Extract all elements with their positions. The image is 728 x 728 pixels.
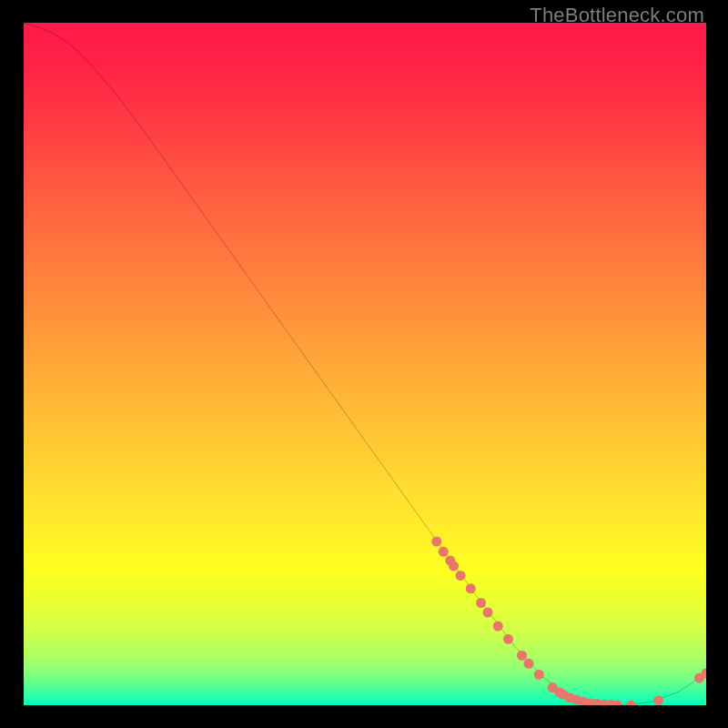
- highlight-point: [517, 651, 527, 661]
- highlight-point: [493, 622, 503, 632]
- curve-layer: [24, 23, 706, 705]
- highlight-point: [449, 561, 459, 571]
- highlight-points: [431, 537, 706, 705]
- highlight-point: [439, 547, 449, 557]
- watermark-text: TheBottleneck.com: [530, 4, 704, 27]
- highlight-point: [503, 634, 513, 644]
- highlight-point: [653, 695, 663, 705]
- highlight-point: [466, 583, 476, 593]
- highlight-point: [483, 608, 493, 618]
- bottleneck-curve: [24, 23, 706, 705]
- plot-area: [24, 23, 706, 705]
- highlight-point: [626, 701, 636, 705]
- highlight-point: [431, 537, 441, 547]
- highlight-point: [476, 598, 486, 608]
- highlight-point: [534, 670, 544, 680]
- highlight-point: [524, 659, 534, 669]
- highlight-point: [456, 571, 466, 581]
- chart-stage: TheBottleneck.com: [0, 0, 728, 728]
